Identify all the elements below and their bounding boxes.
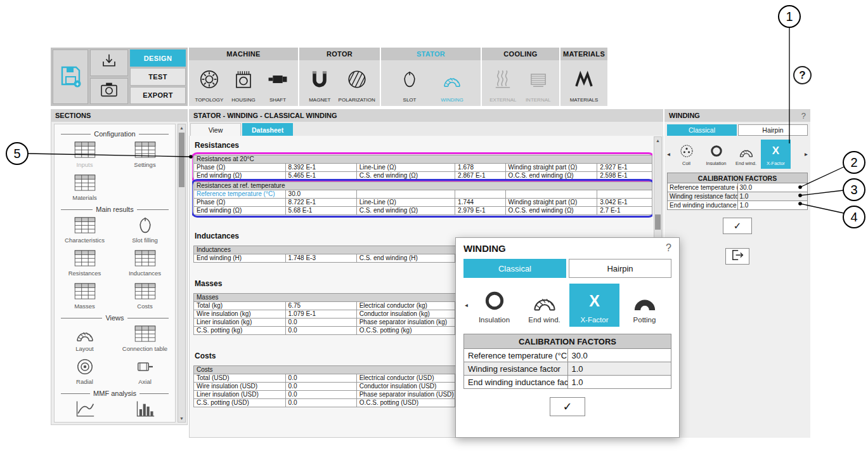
winding-tab-x-factor[interactable]: XX-Factor	[761, 140, 791, 169]
winding-panel: WINDING ? Classical Hairpin ◄ CoilInsula…	[664, 109, 810, 438]
ribbon-item-housing[interactable]: HOUSING	[228, 63, 259, 105]
sidebar-item-masses[interactable]: Masses	[56, 282, 113, 310]
winding-type-classical[interactable]: Classical	[667, 124, 737, 136]
apply-button[interactable]: ✓	[723, 218, 752, 234]
scroll-thumb[interactable]	[179, 133, 185, 187]
svg-text:1: 1	[786, 10, 793, 23]
scroll-up-icon[interactable]: ▲	[654, 137, 661, 144]
table-icon	[134, 324, 156, 343]
save-button[interactable]: +	[53, 49, 88, 104]
sidebar-item-label: Connection table	[122, 345, 167, 352]
ribbon-item-shaft[interactable]: SHAFT	[262, 63, 294, 105]
popup-type-hairpin[interactable]: Hairpin	[569, 259, 671, 278]
table-icon	[74, 216, 96, 235]
export-button[interactable]: EXPORT	[130, 87, 186, 104]
sections-title: SECTIONS	[55, 112, 91, 119]
cell-label: C.S. potting (kg)	[194, 327, 286, 335]
help-button[interactable]: ?	[793, 66, 812, 84]
ribbon-group-title: MACHINE	[189, 48, 298, 60]
ribbon-item-materials[interactable]: MATERIALS	[568, 63, 600, 105]
top-toolbar: + DESIGN TEST EXPORT MACHINETOPOLOGYHOUS…	[51, 48, 607, 106]
winding-tab-end-wind-[interactable]: End wind.	[519, 284, 569, 327]
external-icon	[493, 63, 513, 96]
materials-icon	[574, 63, 594, 96]
cell-label: C.S. end winding (Ω)	[356, 207, 455, 215]
ribbon-group-materials: MATERIALSMATERIALS	[560, 48, 607, 106]
popup-subtabs: ◄ InsulationEnd wind.XX-FactorPotting	[463, 284, 671, 327]
design-button[interactable]: DESIGN	[130, 49, 186, 67]
sidebar-item-axial[interactable]: Axial	[117, 357, 174, 385]
sidebar-item-settings[interactable]: Settings	[117, 140, 174, 168]
ribbon-item-external[interactable]: EXTERNAL	[487, 63, 519, 105]
cell-label: Phase separator insulation (USD)	[356, 391, 455, 399]
sidebar-item-layout[interactable]: Layout	[56, 324, 113, 352]
winding-tab-coil[interactable]: Coil	[671, 140, 701, 169]
winding-tab-insulation[interactable]: Insulation	[469, 284, 519, 327]
ribbon-item-label: SLOT	[403, 97, 417, 103]
calibration-value[interactable]: 1.0	[737, 201, 808, 210]
popup-help-icon[interactable]: ?	[666, 242, 671, 254]
sections-scrollbar[interactable]: ▲ ▼	[178, 124, 186, 423]
cell-label: Wire insulation (USD)	[194, 383, 286, 391]
svg-text:2: 2	[850, 155, 857, 169]
scroll-thumb[interactable]	[655, 214, 661, 230]
calibration-value[interactable]: 30.0	[567, 349, 671, 362]
popup-subtab-items: InsulationEnd wind.XX-FactorPotting	[469, 284, 671, 327]
calibration-value[interactable]: 30.0	[737, 183, 808, 192]
cell-label	[356, 190, 455, 199]
scroll-down-icon[interactable]: ▼	[178, 415, 185, 422]
calibration-value[interactable]: 1.0	[737, 192, 808, 201]
tab-view[interactable]: View	[190, 123, 241, 136]
winding-tab-insulation[interactable]: Insulation	[701, 140, 731, 169]
ribbon-item-label: HOUSING	[231, 97, 255, 103]
import-button[interactable]	[90, 49, 128, 76]
winding-tab-x-factor[interactable]: XX-Factor	[569, 284, 619, 327]
ribbon-item-polarization[interactable]: POLARIZATION	[339, 63, 375, 105]
sidebar-item-resistances[interactable]: Resistances	[56, 249, 113, 277]
ribbon-item-topology[interactable]: TOPOLOGY	[193, 63, 225, 105]
sidebar-item-characteristics[interactable]: Characteristics	[56, 216, 113, 244]
ribbon-item-label: TOPOLOGY	[195, 97, 224, 103]
snapshot-button[interactable]	[90, 78, 128, 105]
ribbon-item-magnet[interactable]: MAGNET	[304, 63, 335, 105]
scroll-right-icon[interactable]: ►	[803, 152, 809, 157]
ribbon-item-internal[interactable]: INTERNAL	[522, 63, 554, 105]
winding-tab-potting[interactable]: Potting	[619, 284, 670, 327]
sidebar-item-costs[interactable]: Costs	[117, 282, 174, 310]
sidebar-item-bar-chart[interactable]	[117, 400, 174, 421]
popup-type-classical[interactable]: Classical	[463, 259, 566, 278]
main-header: STATOR - WINDING - CLASSICAL WINDING	[189, 109, 663, 122]
sidebar-item-line-chart[interactable]	[56, 400, 113, 421]
scroll-up-icon[interactable]: ▲	[178, 124, 185, 131]
ribbon-item-label: MAGNET	[309, 97, 330, 103]
test-button[interactable]: TEST	[130, 68, 186, 85]
sidebar-item-slot-filling[interactable]: Slot filling	[117, 216, 174, 244]
sidebar-item-inductances[interactable]: Inductances	[117, 249, 174, 277]
calibration-value[interactable]: 1.0	[567, 376, 671, 389]
ribbon-item-slot[interactable]: SLOT	[394, 63, 425, 105]
tab-datasheet[interactable]: Datasheet	[242, 123, 293, 136]
sidebar-item-inputs[interactable]: Inputs	[56, 140, 113, 168]
winding-tab-end-wind-[interactable]: End wind.	[731, 140, 761, 169]
ribbon-item-label: MATERIALS	[570, 97, 599, 103]
cell-value: 0.0	[285, 318, 356, 327]
popup-apply-button[interactable]: ✓	[550, 397, 585, 416]
sidebar-item-connection-table[interactable]: Connection table	[117, 324, 174, 352]
export-report-button[interactable]	[725, 248, 749, 265]
cell-label: C.S. end winding (H)	[356, 254, 455, 263]
sidebar-item-materials[interactable]: Materials	[56, 173, 113, 201]
cell-label: C.S. end winding (Ω)	[356, 172, 455, 180]
calibration-value[interactable]: 1.0	[567, 362, 671, 376]
sections-panel: SECTIONS ConfigurationInputsSettingsMate…	[51, 109, 188, 425]
winding-tab-label: Insulation	[479, 316, 510, 324]
scroll-left-icon[interactable]: ◄	[463, 303, 469, 308]
cell-label: Liner insulation (kg)	[194, 318, 286, 327]
scroll-left-icon[interactable]: ◄	[666, 152, 671, 157]
winding-type-hairpin[interactable]: Hairpin	[738, 124, 808, 136]
sidebar-item-radial[interactable]: Radial	[56, 357, 113, 385]
cell-value: 2.867 E-1	[455, 172, 506, 180]
datasheet-table: Resistances at 20°CPhase (Ω)8.392 E-1Lin…	[193, 155, 652, 180]
ribbon-item-winding[interactable]: WINDING	[436, 63, 468, 105]
panel-help-icon[interactable]: ?	[801, 111, 806, 121]
cell-label: C.S. potting (USD)	[194, 399, 286, 407]
